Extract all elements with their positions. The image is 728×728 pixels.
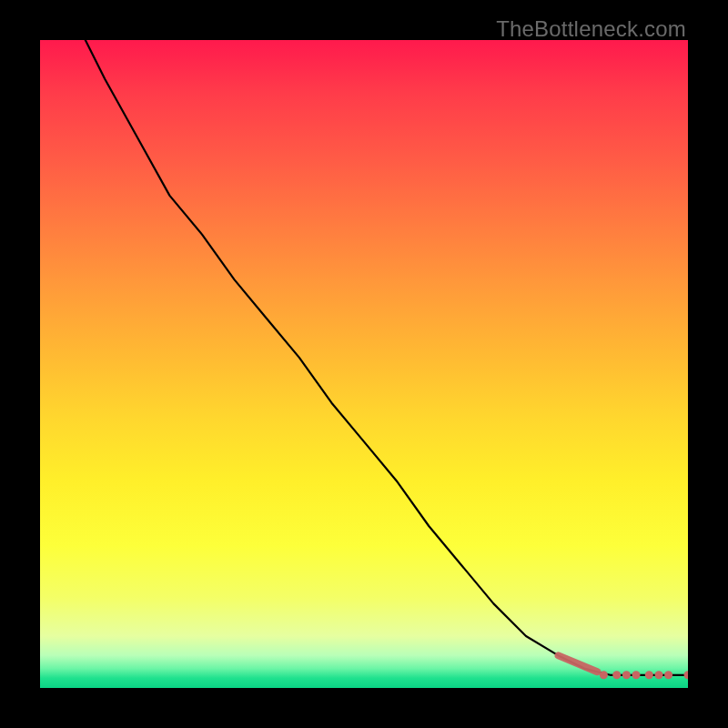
watermark-text: TheBottleneck.com (496, 16, 686, 42)
highlight-segment (559, 655, 598, 672)
marker-dot (664, 671, 672, 679)
marker-dot (600, 671, 608, 679)
chart-stage: TheBottleneck.com (0, 0, 728, 728)
chart-overlay (40, 40, 688, 688)
marker-dot (655, 671, 663, 679)
plot-area (40, 40, 688, 688)
curve-line (86, 40, 688, 675)
marker-dot (684, 671, 689, 679)
marker-dot (632, 671, 641, 679)
marker-dot (645, 671, 653, 679)
marker-dot (622, 671, 631, 679)
marker-dot (612, 671, 621, 679)
